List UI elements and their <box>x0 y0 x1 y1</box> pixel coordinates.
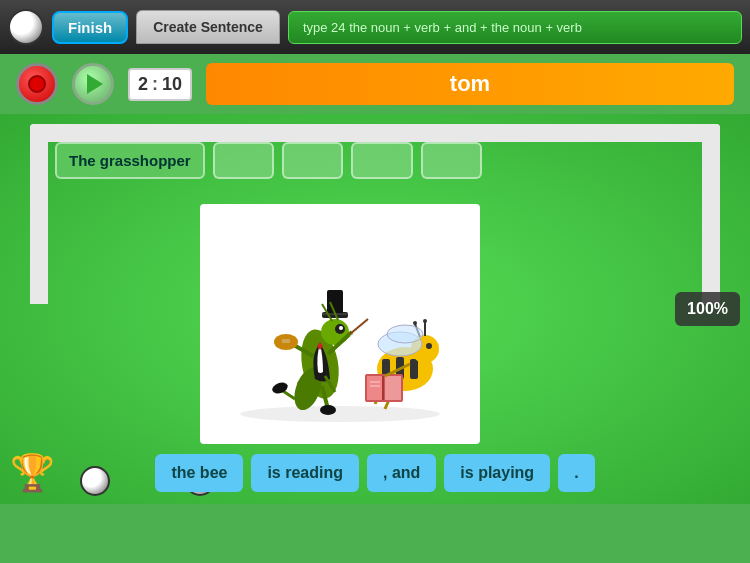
svg-point-11 <box>423 319 427 323</box>
field-area: The grasshopper <box>0 114 750 504</box>
trophy-icon: 🏆 <box>10 452 55 494</box>
word-bank-tile-3[interactable]: is playing <box>444 454 550 492</box>
svg-point-27 <box>339 326 343 330</box>
svg-point-7 <box>426 343 432 349</box>
timer-colon: : <box>152 74 158 95</box>
soccer-ball-icon <box>8 9 44 45</box>
scene-svg <box>210 214 470 434</box>
word-tile-3[interactable] <box>351 142 412 179</box>
scene-image <box>200 204 480 444</box>
svg-point-47 <box>320 405 336 415</box>
svg-rect-18 <box>385 376 401 400</box>
timer-seconds: 10 <box>162 74 182 95</box>
record-button[interactable] <box>16 63 58 105</box>
timer-display: 2 : 10 <box>128 68 192 101</box>
record-icon <box>28 75 46 93</box>
word-bank-tile-1[interactable]: is reading <box>251 454 359 492</box>
word-tiles-top: The grasshopper <box>55 142 695 179</box>
word-bank-tile-0[interactable]: the bee <box>155 454 243 492</box>
word-bank: the bee is reading , and is playing . <box>60 454 690 492</box>
play-button[interactable] <box>72 63 114 105</box>
word-bank-tile-2[interactable]: , and <box>367 454 436 492</box>
timer-minutes: 2 <box>138 74 148 95</box>
controls-row: 2 : 10 tom <box>0 54 750 114</box>
player-name-bar: tom <box>206 63 734 105</box>
word-tile-4[interactable] <box>421 142 482 179</box>
word-tile-0[interactable]: The grasshopper <box>55 142 205 179</box>
score-badge: 100% <box>675 292 740 326</box>
instruction-bar: type 24 the noun + verb + and + the noun… <box>288 11 742 44</box>
create-sentence-tab[interactable]: Create Sentence <box>136 10 280 44</box>
svg-rect-29 <box>327 290 343 314</box>
svg-point-13 <box>387 325 423 343</box>
word-tile-1[interactable] <box>213 142 274 179</box>
svg-point-9 <box>413 321 417 325</box>
word-tile-2[interactable] <box>282 142 343 179</box>
svg-rect-17 <box>367 376 383 400</box>
svg-rect-5 <box>410 359 418 379</box>
svg-point-1 <box>240 406 440 422</box>
play-icon <box>87 74 103 94</box>
word-bank-tile-4[interactable]: . <box>558 454 594 492</box>
finish-button[interactable]: Finish <box>52 11 128 44</box>
top-bar: Finish Create Sentence type 24 the noun … <box>0 0 750 54</box>
